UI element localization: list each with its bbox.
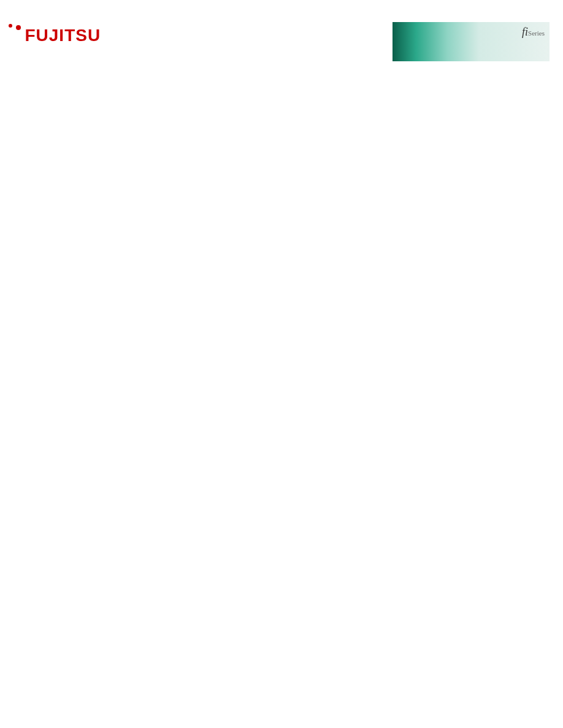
banner-fi: fi: [522, 26, 528, 38]
logo-text: FUJITSU: [25, 26, 101, 45]
fi-series-banner: fiSeries: [393, 22, 550, 61]
banner-series: Series: [528, 29, 545, 37]
fujitsu-logo: FUJITSU: [13, 26, 101, 45]
